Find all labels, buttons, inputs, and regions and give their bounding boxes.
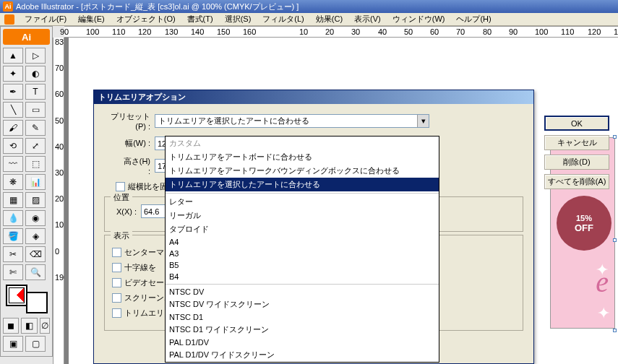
tool-symbol[interactable]: ❋ [3, 174, 23, 190]
dropdown-item[interactable]: NTSC D1 ワイドスクリーン [166, 323, 439, 337]
sel-handle[interactable] [613, 329, 617, 332]
menu-file[interactable]: ファイル(F) [19, 12, 72, 26]
preset-dropdown[interactable]: カスタムトリムエリアをアートボードに合わせるトリムエリアをアートワークバウンディ… [165, 136, 439, 363]
dialog-title: トリムエリアオプション [94, 90, 533, 104]
tool-wand[interactable]: ✦ [3, 66, 23, 82]
menu-type[interactable]: 書式(T) [181, 12, 219, 26]
dropdown-item[interactable]: トリムエリアを選択したアートに合わせる [166, 178, 439, 191]
display-group-label: 表示 [111, 230, 132, 241]
toolbox-badge: Ai [3, 29, 50, 45]
centermark-checkbox[interactable] [112, 248, 121, 257]
ruler-vertical: 83 70 60 50 40 30 20 10 0 190 [53, 38, 64, 364]
width-label: 幅(W) : [121, 138, 155, 149]
app-titlebar: Ai Adobe Illustrator - [ポストカード_縦_表 [cs3]… [0, 0, 618, 13]
tool-eraser[interactable]: ⌫ [25, 246, 46, 262]
ok-button[interactable]: OK [544, 116, 609, 131]
tool-scissors[interactable]: ✄ [3, 264, 23, 280]
color-swatch[interactable] [6, 285, 48, 313]
tool-gradient[interactable]: ▨ [25, 192, 46, 208]
toolbox: Ai ▲▷ ✦◐ ✒T ╲▭ 🖌✎ ⟲⤢ 〰⬚ ❋📊 ▦▨ 💧◉ 🪣◈ ✂⌫ ✄… [0, 26, 53, 357]
menu-view[interactable]: 表示(V) [348, 12, 387, 26]
tool-graph[interactable]: 📊 [25, 174, 46, 190]
dropdown-item[interactable]: A3 [166, 248, 439, 259]
menu-effect[interactable]: 効果(C) [310, 12, 348, 26]
discount-badge: 15% OFF [557, 196, 611, 251]
videosafe-label: ビデオセー [124, 277, 164, 288]
crosshair-label: 十字線を [124, 262, 156, 273]
trimarea-checkbox[interactable] [112, 308, 121, 318]
menubar-icon [4, 14, 14, 25]
dropdown-item: カスタム [166, 136, 439, 150]
tool-blend[interactable]: ◉ [25, 210, 46, 226]
sel-handle[interactable] [613, 238, 617, 242]
videosafe-checkbox[interactable] [112, 278, 121, 287]
tool-mesh[interactable]: ▦ [3, 192, 23, 208]
menubar: ファイル(F) 編集(E) オブジェクト(O) 書式(T) 選択(S) フィルタ… [0, 13, 618, 26]
dropdown-item[interactable]: B4 [166, 271, 439, 282]
dropdown-item[interactable]: PAL D1/DV [166, 337, 439, 348]
tool-line[interactable]: ╲ [3, 102, 23, 118]
delete-all-button[interactable]: すべてを削除(A) [544, 174, 609, 189]
star-icon: ✦ [597, 304, 610, 323]
dropdown-item[interactable]: NTSC DV [166, 286, 439, 298]
screenedge-checkbox[interactable] [112, 293, 121, 303]
preset-label: プリセット(P) : [104, 111, 155, 131]
titlebar-text: Adobe Illustrator - [ポストカード_縦_表 [cs3]ol.… [16, 1, 299, 12]
app-name: Adobe Illustrator [16, 2, 74, 11]
cancel-button[interactable]: キャンセル [544, 135, 609, 150]
dropdown-item[interactable]: NTSC D1 [166, 311, 439, 323]
aspect-label: 縦横比を固 [128, 181, 168, 192]
dropdown-item[interactable]: B5 [166, 259, 439, 271]
tool-selection[interactable]: ▲ [3, 48, 23, 64]
dropdown-item[interactable]: NTSC DV ワイドスクリーン [166, 298, 439, 311]
crosshair-checkbox[interactable] [112, 263, 121, 272]
delete-button[interactable]: 削除(D) [544, 155, 609, 170]
tool-type[interactable]: T [25, 84, 46, 100]
artwork-letter: e [596, 265, 609, 299]
dropdown-item[interactable]: トリムエリアをアートワークバウンディングボックスに合わせる [166, 164, 439, 178]
tool-warp[interactable]: 〰 [3, 156, 23, 172]
menu-window[interactable]: ウィンドウ(W) [387, 12, 451, 26]
dropdown-item[interactable]: PAL D1/DV ワイドスクリーン [166, 348, 439, 362]
none-mode[interactable]: ∅ [40, 318, 50, 334]
preset-combo[interactable]: トリムエリアを選択したアートに合わせる ▾ [155, 114, 429, 128]
position-group-label: 位置 [111, 192, 132, 203]
dialog-buttons: OK キャンセル 削除(D) すべてを削除(A) [544, 116, 609, 189]
sel-handle[interactable] [613, 135, 617, 139]
dropdown-item[interactable]: トリムエリアをアートボードに合わせる [166, 150, 439, 164]
menu-edit[interactable]: 編集(E) [72, 12, 111, 26]
height-label: 高さ(H) : [121, 156, 155, 176]
ruler-horizontal: 90 100 110 120 130 140 150 160 10 20 30 … [64, 26, 618, 38]
dropdown-item[interactable]: リーガル [166, 209, 439, 222]
tool-direct[interactable]: ▷ [25, 48, 46, 64]
tool-brush[interactable]: 🖌 [3, 120, 23, 136]
dropdown-item[interactable]: レター [166, 195, 439, 209]
tool-slice[interactable]: ✂ [3, 246, 23, 262]
dropdown-item[interactable]: A4 [166, 236, 439, 248]
dropdown-item[interactable]: タブロイド [166, 222, 439, 236]
tool-scale[interactable]: ⤢ [25, 138, 46, 154]
chevron-down-icon[interactable]: ▾ [417, 115, 429, 127]
tool-hand[interactable]: 🔍 [25, 264, 46, 280]
tool-rotate[interactable]: ⟲ [3, 138, 23, 154]
screen-normal[interactable]: ▣ [3, 336, 23, 352]
grad-mode[interactable]: ◧ [21, 318, 37, 334]
tool-rect[interactable]: ▭ [25, 102, 46, 118]
menu-help[interactable]: ヘルプ(H) [450, 12, 497, 26]
tool-lasso[interactable]: ◐ [25, 66, 46, 82]
x-label: X(X) : [112, 207, 141, 216]
tool-freetrans[interactable]: ⬚ [25, 156, 46, 172]
menu-filter[interactable]: フィルタ(L) [257, 12, 309, 26]
tool-eyedrop[interactable]: 💧 [3, 210, 23, 226]
app-icon: Ai [3, 1, 13, 12]
tool-pen[interactable]: ✒ [3, 84, 23, 100]
tool-lpsel[interactable]: ◈ [25, 228, 46, 244]
screen-full[interactable]: ▢ [25, 336, 46, 352]
preset-value: トリムエリアを選択したアートに合わせる [158, 116, 309, 126]
menu-select[interactable]: 選択(S) [219, 12, 257, 26]
aspect-checkbox[interactable] [116, 182, 125, 191]
tool-pencil[interactable]: ✎ [25, 120, 46, 136]
fill-mode[interactable]: ◼ [3, 318, 19, 334]
tool-livepaint[interactable]: 🪣 [3, 228, 23, 244]
menu-object[interactable]: オブジェクト(O) [111, 12, 181, 26]
